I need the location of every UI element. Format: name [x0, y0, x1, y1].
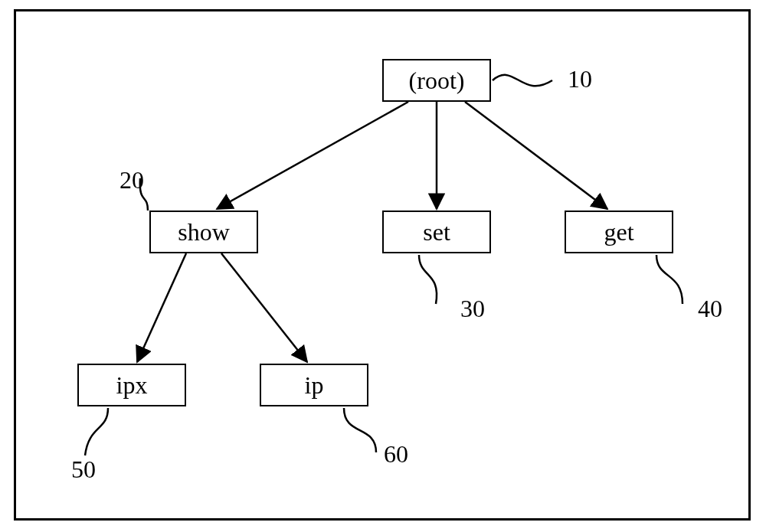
callout-ipx: [85, 408, 108, 455]
callout-set: [419, 255, 437, 304]
ref-label-ipx: 50: [71, 455, 96, 484]
node-ipx: ipx: [77, 364, 186, 406]
node-set-label: set: [423, 218, 450, 246]
edge-show-ipx: [137, 253, 186, 362]
node-ip-label: ip: [305, 371, 324, 400]
edge-root-show: [217, 102, 408, 209]
node-root: (root): [382, 59, 491, 102]
ref-label-set: 30: [460, 295, 485, 323]
ref-label-get: 40: [698, 295, 722, 323]
callout-get: [656, 255, 683, 304]
node-ip: ip: [260, 364, 368, 406]
edge-show-ip: [221, 253, 307, 362]
node-show-label: show: [178, 218, 230, 246]
ref-label-show: 20: [119, 166, 144, 194]
node-set: set: [382, 211, 491, 253]
node-root-label: (root): [409, 67, 465, 95]
node-ipx-label: ipx: [116, 371, 148, 400]
edge-root-get: [465, 102, 607, 209]
diagram-frame: (root) show set get ipx ip 10 20 30 40 5…: [14, 9, 751, 521]
node-get: get: [565, 211, 673, 253]
node-get-label: get: [604, 218, 633, 246]
ref-label-ip: 60: [384, 440, 408, 468]
callout-root: [493, 75, 552, 86]
node-show: show: [149, 211, 258, 253]
callout-ip: [344, 408, 376, 452]
ref-label-root: 10: [568, 65, 592, 93]
